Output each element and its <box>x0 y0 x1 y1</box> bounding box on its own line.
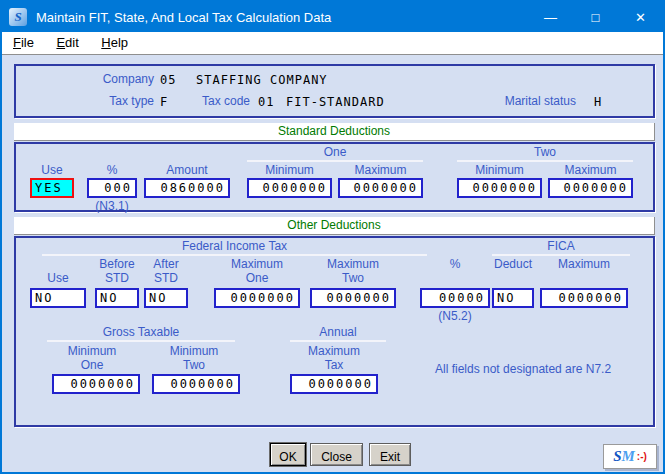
fica-underline <box>492 254 630 256</box>
gt-one-label: One <box>48 359 136 372</box>
marital-status-label: Marital status <box>464 95 576 108</box>
annual-maximum-tax-field[interactable] <box>290 374 378 394</box>
od-before-std-field[interactable] <box>95 288 139 308</box>
gt-minimum-two-field[interactable] <box>152 374 240 394</box>
gt-minimum-one-label: Minimum <box>48 345 136 358</box>
gt-minimum-two-label: Minimum <box>150 345 238 358</box>
tax-code-value: 01 <box>258 95 274 109</box>
federal-income-tax-label: Federal Income Tax <box>42 240 427 253</box>
od-percent-label: % <box>420 258 490 271</box>
close-button[interactable]: ✕ <box>618 2 663 32</box>
fica-maximum-label: Maximum <box>540 258 628 271</box>
sm-logo-smiley: :-) <box>637 451 647 462</box>
company-value: 05 <box>160 73 176 87</box>
od-after-std-label: STD <box>144 272 188 285</box>
one-maximum-field[interactable] <box>338 178 423 198</box>
od-maximum-two-label: Maximum <box>310 258 396 271</box>
other-deductions-header: Other Deductions <box>14 217 655 235</box>
company-name: STAFFING COMPANY <box>196 73 328 87</box>
std-amount-label: Amount <box>144 164 230 177</box>
annual-maximum-label: Maximum <box>290 345 378 358</box>
od-one-label: One <box>214 272 300 285</box>
group-one-underline <box>247 160 423 162</box>
annual-tax-label: Tax <box>290 359 378 372</box>
od-maximum-one-field[interactable] <box>214 288 300 308</box>
close-button-action[interactable]: Close <box>310 443 363 466</box>
standard-deductions-header: Standard Deductions <box>14 123 655 141</box>
od-after-label: After <box>144 258 188 271</box>
annual-underline <box>290 340 386 342</box>
od-maximum-one-label: Maximum <box>214 258 300 271</box>
fica-deduct-label: Deduct <box>482 258 544 271</box>
od-percent-field[interactable] <box>420 288 490 308</box>
std-amount-field[interactable] <box>144 178 230 198</box>
ok-button[interactable]: OK <box>270 443 306 466</box>
sm-logo-button[interactable]: SM :-) <box>603 444 657 469</box>
gt-two-label: Two <box>150 359 238 372</box>
fica-deduct-field[interactable] <box>492 288 534 308</box>
two-minimum-field[interactable] <box>457 178 542 198</box>
marital-status-value: H <box>594 95 602 109</box>
one-maximum-label: Maximum <box>338 164 423 177</box>
group-one-label: One <box>247 146 423 159</box>
std-percent-field[interactable] <box>87 178 137 198</box>
title-bar[interactable]: S Maintain FIT, State, And Local Tax Cal… <box>2 2 663 32</box>
app-window: S Maintain FIT, State, And Local Tax Cal… <box>0 0 665 474</box>
fields-format-note: All fields not designated are N7.2 <box>435 362 645 376</box>
company-label: Company <box>62 73 154 86</box>
exit-button[interactable]: Exit <box>369 443 411 466</box>
maximize-button[interactable]: □ <box>573 2 618 32</box>
two-minimum-label: Minimum <box>457 164 542 177</box>
std-percent-format-note: (N3.1) <box>87 200 137 213</box>
window-title: Maintain FIT, State, And Local Tax Calcu… <box>36 10 528 25</box>
od-maximum-two-field[interactable] <box>310 288 396 308</box>
od-use-field[interactable] <box>30 288 86 308</box>
tax-code-name: FIT-STANDARD <box>286 95 385 109</box>
menu-bar: File Edit Help <box>2 32 663 55</box>
std-use-label: Use <box>30 164 74 177</box>
federal-income-tax-underline <box>42 254 427 256</box>
gross-taxable-underline <box>47 340 235 342</box>
menu-edit[interactable]: Edit <box>47 32 87 50</box>
od-two-label: Two <box>310 272 396 285</box>
fica-label: FICA <box>492 240 630 253</box>
one-minimum-field[interactable] <box>247 178 332 198</box>
gross-taxable-label: Gross Taxable <box>47 326 235 339</box>
tax-type-value: F <box>160 95 168 109</box>
od-use-label: Use <box>30 272 86 285</box>
tax-code-label: Tax code <box>194 95 250 108</box>
group-two-underline <box>457 160 633 162</box>
two-maximum-label: Maximum <box>548 164 633 177</box>
app-icon: S <box>9 8 27 26</box>
od-before-label: Before <box>95 258 139 271</box>
menu-file[interactable]: File <box>4 32 43 50</box>
tax-type-label: Tax type <box>62 95 154 108</box>
od-percent-format-note: (N5.2) <box>420 310 490 323</box>
gt-minimum-one-field[interactable] <box>52 374 140 394</box>
sm-logo-s: S <box>613 448 621 465</box>
annual-label: Annual <box>290 326 386 339</box>
two-maximum-field[interactable] <box>548 178 633 198</box>
od-before-std-label: STD <box>95 272 139 285</box>
minimize-button[interactable]: — <box>528 2 573 32</box>
od-after-std-field[interactable] <box>144 288 188 308</box>
std-use-field[interactable] <box>30 178 74 198</box>
sm-logo-m: M <box>622 448 635 465</box>
group-two-label: Two <box>457 146 633 159</box>
std-percent-label: % <box>87 164 137 177</box>
fica-maximum-field[interactable] <box>540 288 628 308</box>
one-minimum-label: Minimum <box>247 164 332 177</box>
menu-help[interactable]: Help <box>92 32 137 50</box>
